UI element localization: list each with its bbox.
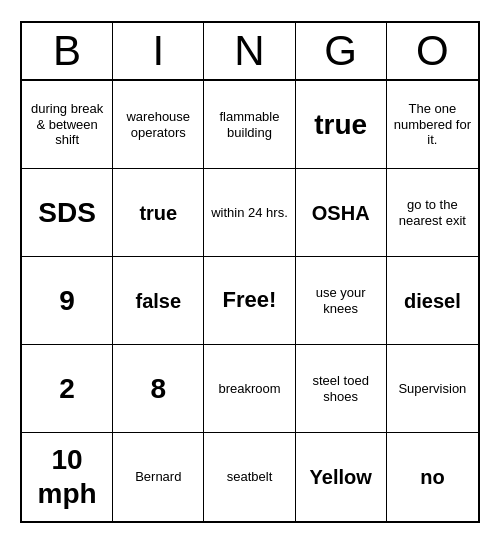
bingo-cell: within 24 hrs.	[204, 169, 295, 257]
cell-text: seatbelt	[227, 469, 273, 485]
bingo-cell: breakroom	[204, 345, 295, 433]
cell-text: no	[420, 465, 444, 489]
cell-text: use your knees	[300, 285, 382, 316]
bingo-cell: use your knees	[296, 257, 387, 345]
bingo-cell: 9	[22, 257, 113, 345]
cell-text: steel toed shoes	[300, 373, 382, 404]
header-letter: G	[296, 23, 387, 79]
cell-text: go to the nearest exit	[391, 197, 474, 228]
bingo-cell: false	[113, 257, 204, 345]
bingo-cell: Bernard	[113, 433, 204, 521]
bingo-cell: Free!	[204, 257, 295, 345]
bingo-header: BINGO	[22, 23, 478, 81]
cell-text: warehouse operators	[117, 109, 199, 140]
cell-text: flammable building	[208, 109, 290, 140]
bingo-cell: true	[113, 169, 204, 257]
cell-text: Yellow	[310, 465, 372, 489]
bingo-cell: 2	[22, 345, 113, 433]
bingo-cell: warehouse operators	[113, 81, 204, 169]
cell-text: diesel	[404, 289, 461, 313]
cell-text: SDS	[38, 196, 96, 230]
header-letter: O	[387, 23, 478, 79]
bingo-cell: no	[387, 433, 478, 521]
header-letter: N	[204, 23, 295, 79]
cell-text: breakroom	[218, 381, 280, 397]
bingo-cell: Yellow	[296, 433, 387, 521]
bingo-cell: OSHA	[296, 169, 387, 257]
bingo-cell: go to the nearest exit	[387, 169, 478, 257]
bingo-cell: 10 mph	[22, 433, 113, 521]
cell-text: true	[139, 201, 177, 225]
cell-text: The one numbered for it.	[391, 101, 474, 148]
bingo-cell: seatbelt	[204, 433, 295, 521]
cell-text: within 24 hrs.	[211, 205, 288, 221]
bingo-cell: true	[296, 81, 387, 169]
cell-text: Free!	[223, 287, 277, 313]
cell-text: Bernard	[135, 469, 181, 485]
cell-text: during break & between shift	[26, 101, 108, 148]
bingo-cell: The one numbered for it.	[387, 81, 478, 169]
header-letter: I	[113, 23, 204, 79]
cell-text: true	[314, 108, 367, 142]
bingo-cell: Supervision	[387, 345, 478, 433]
bingo-cell: SDS	[22, 169, 113, 257]
cell-text: OSHA	[312, 201, 370, 225]
cell-text: 10 mph	[26, 443, 108, 510]
bingo-grid: during break & between shiftwarehouse op…	[22, 81, 478, 521]
bingo-cell: during break & between shift	[22, 81, 113, 169]
cell-text: 8	[151, 372, 167, 406]
cell-text: false	[135, 289, 181, 313]
cell-text: 2	[59, 372, 75, 406]
cell-text: 9	[59, 284, 75, 318]
bingo-card: BINGO during break & between shiftwareho…	[20, 21, 480, 523]
bingo-cell: diesel	[387, 257, 478, 345]
bingo-cell: flammable building	[204, 81, 295, 169]
bingo-cell: 8	[113, 345, 204, 433]
header-letter: B	[22, 23, 113, 79]
cell-text: Supervision	[398, 381, 466, 397]
bingo-cell: steel toed shoes	[296, 345, 387, 433]
